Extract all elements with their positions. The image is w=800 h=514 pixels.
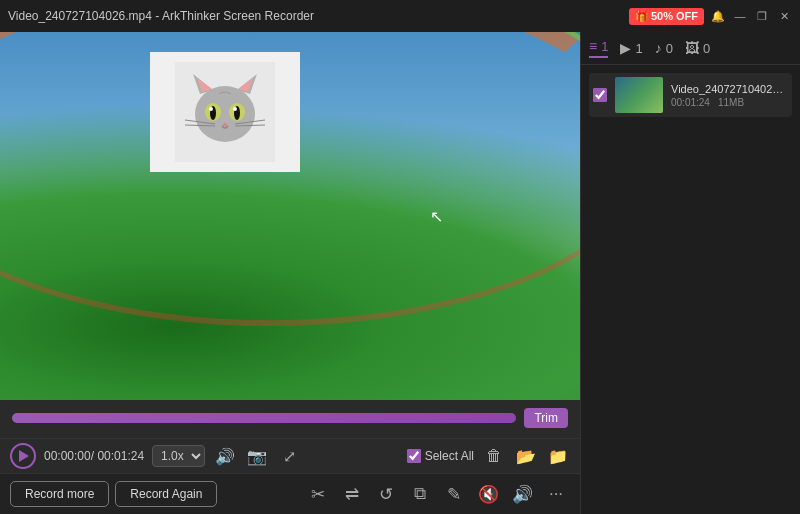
edit-icon[interactable]: ✎ (440, 480, 468, 508)
cat-svg (175, 62, 275, 162)
fullscreen-icon[interactable]: ⤢ (277, 444, 301, 468)
gift-icon: 🎁 (635, 10, 649, 23)
audio-tab-icon: ♪ (655, 40, 662, 56)
tab-list[interactable]: ≡ 1 (589, 38, 608, 58)
promo-badge[interactable]: 🎁 50% OFF (629, 8, 704, 25)
file-size: 11MB (718, 97, 744, 108)
tab-video[interactable]: ▶ 1 (620, 40, 642, 56)
titlebar-right: 🎁 50% OFF 🔔 — ❐ ✕ (629, 8, 792, 25)
volume-up-icon[interactable]: 🔊 (508, 480, 536, 508)
image-tab-icon: 🖼 (685, 40, 699, 56)
tab-video-count: 1 (635, 41, 642, 56)
file-name: Video_240727104026.mp4 (671, 83, 788, 95)
panel-tabs: ≡ 1 ▶ 1 ♪ 0 🖼 0 (581, 32, 800, 65)
tab-image-count: 0 (703, 41, 710, 56)
right-panel: ≡ 1 ▶ 1 ♪ 0 🖼 0 (580, 32, 800, 514)
tab-audio[interactable]: ♪ 0 (655, 40, 673, 56)
select-all-checkbox[interactable] (407, 449, 421, 463)
volume-icon[interactable]: 🔊 (213, 444, 237, 468)
svg-point-11 (233, 107, 237, 111)
title-bar: Video_240727104026.mp4 - ArkThinker Scre… (0, 0, 800, 32)
trim-button[interactable]: Trim (524, 408, 568, 428)
mute-icon[interactable]: 🔇 (474, 480, 502, 508)
cat-image-overlay (150, 52, 300, 172)
time-display: 00:00:00/ 00:01:24 (44, 449, 144, 463)
svg-point-1 (195, 86, 255, 142)
list-icon: ≡ (589, 38, 597, 54)
file-item[interactable]: Video_240727104026.mp4 00:01:24 11MB (589, 73, 792, 117)
minimize-button[interactable]: — (732, 8, 748, 24)
file-meta: 00:01:24 11MB (671, 97, 788, 108)
record-again-button[interactable]: Record Again (115, 481, 217, 507)
select-all-area: Select All (407, 449, 474, 463)
copy-icon[interactable]: ⧉ (406, 480, 434, 508)
controls-bar: 00:00:00/ 00:01:24 1.0x 0.5x 1.5x 2.0x 🔊… (0, 438, 580, 473)
delete-icon[interactable]: 🗑 (482, 444, 506, 468)
bottom-toolbar: Record more Record Again ✂ ⇌ ↺ ⧉ ✎ 🔇 🔊 ·… (0, 473, 580, 514)
progress-bar[interactable] (12, 413, 516, 423)
window-title: Video_240727104026.mp4 - ArkThinker Scre… (8, 9, 314, 23)
progress-fill (12, 413, 516, 423)
select-all-label[interactable]: Select All (425, 449, 474, 463)
file-duration: 00:01:24 (671, 97, 710, 108)
bell-button[interactable]: 🔔 (710, 8, 726, 24)
video-panel: ↖ Trim 00:00:00/ 00:01:24 1.0x 0.5x 1.5x… (0, 32, 580, 514)
video-display-area: ↖ (0, 32, 580, 400)
file-checkbox[interactable] (593, 88, 607, 102)
tab-audio-count: 0 (666, 41, 673, 56)
more-options-icon[interactable]: ··· (542, 480, 570, 508)
tab-image[interactable]: 🖼 0 (685, 40, 710, 56)
camera-icon[interactable]: 📷 (245, 444, 269, 468)
mouse-cursor: ↖ (430, 207, 443, 226)
folder-icon[interactable]: 📁 (546, 444, 570, 468)
timeline-area: Trim (0, 400, 580, 438)
file-thumbnail (615, 77, 663, 113)
speed-select[interactable]: 1.0x 0.5x 1.5x 2.0x (152, 445, 205, 467)
file-list: Video_240727104026.mp4 00:01:24 11MB (581, 65, 800, 514)
close-button[interactable]: ✕ (776, 8, 792, 24)
file-info: Video_240727104026.mp4 00:01:24 11MB (671, 83, 788, 108)
promo-text: 50% OFF (651, 10, 698, 22)
thumb-preview (615, 77, 663, 113)
progress-bar-container: Trim (12, 408, 568, 428)
record-more-button[interactable]: Record more (10, 481, 109, 507)
scissors-icon[interactable]: ✂ (304, 480, 332, 508)
refresh-icon[interactable]: ↺ (372, 480, 400, 508)
play-icon (19, 450, 29, 462)
svg-point-10 (209, 107, 213, 111)
restore-button[interactable]: ❐ (754, 8, 770, 24)
main-area: ↖ Trim 00:00:00/ 00:01:24 1.0x 0.5x 1.5x… (0, 32, 800, 514)
play-button[interactable] (10, 443, 36, 469)
folder-open-icon[interactable]: 📂 (514, 444, 538, 468)
titlebar-left: Video_240727104026.mp4 - ArkThinker Scre… (8, 9, 314, 23)
tab-list-count: 1 (601, 39, 608, 54)
equalizer-icon[interactable]: ⇌ (338, 480, 366, 508)
video-tab-icon: ▶ (620, 40, 631, 56)
